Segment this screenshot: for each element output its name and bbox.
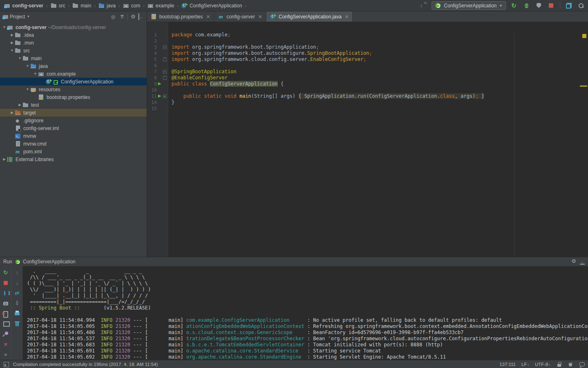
breadcrumb-config-server[interactable]: config-server [3,2,44,9]
tree-item-configserverapplication[interactable]: ConfigServerApplication [0,78,147,85]
breadcrumb-java[interactable]: java [98,2,116,9]
code-line: } [172,99,588,105]
tree-item-main[interactable]: ▼main [0,54,147,62]
chevron-expanded-icon[interactable]: ▼ [9,49,15,52]
event-log-icon[interactable] [579,361,585,367]
fold-end-icon[interactable]: ˇ [162,56,167,63]
chevron-collapsed-icon[interactable]: ▶ [9,111,15,114]
stop-icon[interactable] [2,280,9,286]
clear-icon[interactable] [14,321,20,327]
run-line-icon[interactable] [157,93,162,99]
tree-item-target[interactable]: ▶target [0,109,147,117]
project-view-title[interactable]: Project [10,14,25,20]
tree-item-resources[interactable]: ▼resources [0,85,147,93]
tree-item-src[interactable]: ▼src [0,47,147,54]
scroll-end-icon[interactable] [14,300,20,307]
tree-item-config-server-iml[interactable]: config-server.iml [0,124,147,132]
close-tab-icon[interactable]: ✕ [258,14,262,20]
tree-item-config-server[interactable]: ▼config-server ~/Downloads/config-server [0,23,147,31]
run-configuration-select[interactable]: ConfigServerApplication ▼ [432,1,506,10]
breadcrumb-com[interactable]: com [122,2,141,9]
tree-item-idea[interactable]: ▶.idea [0,31,147,39]
chevron-expanded-icon[interactable]: ▼ [2,25,7,29]
breadcrumb-configserverapplication[interactable]: ConfigServerApplication [180,2,243,9]
line-number: 3 [147,44,157,50]
breadcrumb-main[interactable]: main [71,2,92,9]
gear-icon[interactable] [129,13,137,20]
locate-icon[interactable] [109,13,117,20]
editor-tab-bootstrap-properties[interactable]: bootstrap.properties✕ [147,11,214,22]
editor-body[interactable]: 123−45ˇ67−8ˇ91011+1415 package com.examp… [147,22,588,257]
coverage-button[interactable] [535,2,543,9]
inspection-stripe[interactable] [580,85,587,87]
editor-tab-configserverapplication-java[interactable]: ConfigServerApplication.java✕ [266,11,353,22]
run-line-icon[interactable] [157,81,162,87]
chevron-expanded-icon[interactable]: ▼ [17,56,22,60]
console-output[interactable]: . ____ _ __ _ _ /\\ / ___'_ __ _ _(_)_ _… [23,266,588,360]
code-area[interactable]: package com.example;import org.springfra… [168,22,588,257]
debug-button[interactable] [523,2,530,9]
tree-item-bootstrap-properties[interactable]: bootstrap.properties [0,93,147,101]
updates-icon[interactable] [419,2,427,9]
thread-dump-icon[interactable] [2,300,9,307]
run-tab-label[interactable]: ConfigServerApplication [23,259,76,265]
editor-tab-config-server[interactable]: config-server✕ [214,11,266,22]
encoding-select[interactable]: UTF-8↕ [535,362,550,367]
pin-icon[interactable] [2,331,9,337]
chevron-expanded-icon[interactable]: ▼ [25,64,30,68]
fold-open-icon[interactable]: − [162,69,167,75]
chevron-expanded-icon[interactable]: ▼ [25,88,30,91]
print-icon[interactable] [14,310,20,317]
hide-panel-icon[interactable] [580,259,585,265]
pause-icon[interactable] [2,290,9,296]
chevron-expanded-icon[interactable]: ▼ [33,72,38,76]
fold-open-icon[interactable]: − [162,44,167,50]
tree-item-com-example[interactable]: ▼com.example [0,70,147,78]
exit-icon[interactable] [2,310,9,317]
stop-button[interactable] [548,2,555,9]
tree-item-test[interactable]: ▶test [0,101,147,109]
inspection-marker[interactable] [582,34,586,38]
tree-item-gitignore[interactable]: .gitignore [0,117,147,124]
chevron-down-icon[interactable]: ▼ [27,13,30,20]
up-icon[interactable] [14,269,20,276]
run-button[interactable] [511,2,518,9]
tree-item-mvn[interactable]: ▶.mvn [0,39,147,47]
gear-icon[interactable] [570,258,577,265]
soft-wrap-icon[interactable] [14,290,20,296]
restore-layout-button[interactable] [565,2,572,9]
highlighting-level-icon[interactable] [568,361,573,367]
close-tab-icon[interactable]: ✕ [345,14,349,20]
chevron-collapsed-icon[interactable]: ▶ [17,103,22,107]
chevron-collapsed-icon[interactable]: ▶ [9,33,15,37]
chevron-collapsed-icon[interactable]: ▶ [9,41,15,45]
tree-item-external-libraries[interactable]: ▶External Libraries [0,155,147,163]
show-console-icon[interactable] [2,321,9,327]
collapse-all-icon[interactable] [118,13,126,20]
fold-folded-icon[interactable]: + [162,93,167,99]
tree-item-mvnw-cmd[interactable]: mvnw.cmd [0,140,147,148]
rerun-icon[interactable] [2,269,9,276]
close-tab-icon[interactable]: ✕ [206,14,210,20]
hide-panel-icon[interactable] [138,13,144,20]
run-tool-window-title[interactable]: Run [3,259,12,265]
tool-window-toggle-icon[interactable] [3,361,9,367]
down-icon[interactable] [14,280,20,286]
tree-item-mvnw[interactable]: mvnw [0,132,147,140]
close-icon[interactable] [2,341,9,348]
line-number: 7 [147,69,157,75]
chevron-collapsed-icon[interactable]: ▶ [2,157,7,161]
more-icon[interactable] [2,351,9,358]
breadcrumb-example[interactable]: example [147,2,175,9]
search-everywhere-button[interactable] [577,2,585,9]
lock-icon[interactable] [556,361,562,367]
caret-position[interactable]: 137:111 [499,362,516,367]
fold-end-icon[interactable]: ˇ [162,75,167,81]
code-line: import org.springframework.cloud.config.… [172,56,588,63]
tree-item-pom-xml[interactable]: pom.xml [0,148,147,155]
line-ending-select[interactable]: LF↕ [521,362,529,367]
tree-item-java[interactable]: ▼java [0,62,147,70]
console-banner-line: . ____ _ __ _ _ [27,268,588,274]
breadcrumb-src[interactable]: src [50,2,66,9]
gutter-slot [157,105,162,112]
